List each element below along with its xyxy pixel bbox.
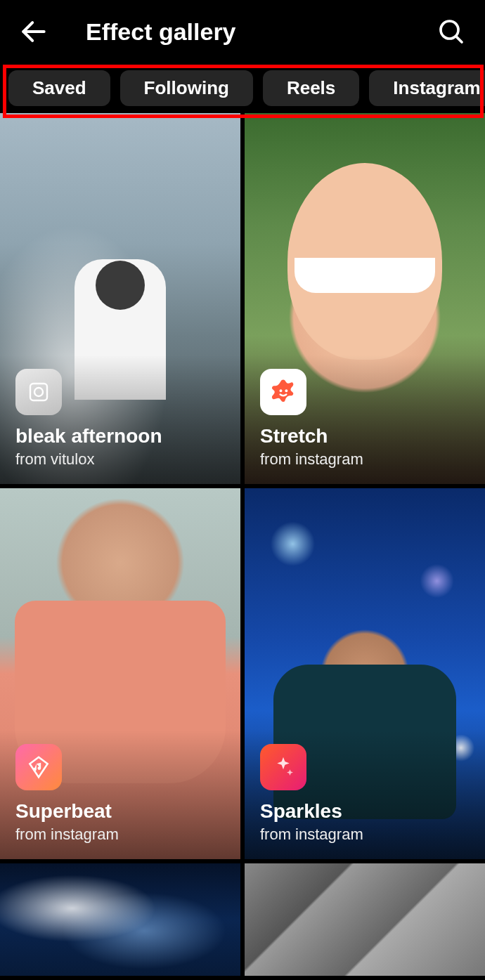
effect-icon — [260, 744, 306, 790]
effect-overlay: Superbeat from instagram — [0, 730, 240, 859]
tab-saved[interactable]: Saved — [8, 70, 110, 106]
music-diamond-icon — [25, 754, 52, 780]
effect-author: from instagram — [15, 825, 225, 844]
tab-reels[interactable]: Reels — [263, 70, 359, 106]
effect-preview-image — [245, 863, 485, 976]
effects-grid: bleak afternoon from vitulox Stretch fro… — [0, 113, 485, 976]
effect-name: Sparkles — [260, 800, 470, 823]
effect-author: from vitulox — [15, 450, 225, 469]
effect-name: Stretch — [260, 425, 470, 447]
svg-point-5 — [280, 389, 283, 392]
search-button[interactable] — [434, 15, 468, 48]
header: Effect gallery — [0, 0, 485, 63]
camera-frame-icon — [26, 379, 51, 405]
page-title: Effect gallery — [86, 18, 434, 46]
svg-point-6 — [285, 389, 287, 392]
back-arrow-icon — [18, 16, 49, 47]
svg-line-2 — [456, 37, 462, 42]
effect-name: Superbeat — [15, 800, 225, 823]
effect-tile[interactable] — [245, 863, 485, 976]
effect-icon — [15, 744, 62, 790]
effect-tile[interactable]: Stretch from instagram — [245, 113, 485, 484]
effect-tile[interactable] — [0, 863, 240, 976]
star-blob-icon — [269, 377, 298, 407]
effect-overlay: bleak afternoon from vitulox — [0, 355, 240, 484]
tab-instagram[interactable]: Instagram — [369, 70, 485, 106]
search-icon — [437, 18, 465, 46]
svg-point-4 — [34, 388, 43, 396]
effect-tile[interactable]: Sparkles from instagram — [245, 488, 485, 859]
effect-overlay: Stretch from instagram — [245, 355, 485, 484]
back-button[interactable] — [17, 15, 51, 48]
effect-author: from instagram — [260, 450, 470, 469]
effect-icon — [260, 369, 306, 415]
effect-author: from instagram — [260, 825, 470, 844]
effect-overlay: Sparkles from instagram — [245, 730, 485, 859]
effect-tile[interactable]: Superbeat from instagram — [0, 488, 240, 859]
tab-following[interactable]: Following — [120, 70, 253, 106]
effect-icon — [15, 369, 62, 415]
sparkle-icon — [270, 754, 297, 780]
effect-preview-image — [0, 863, 240, 976]
category-tabs[interactable]: Saved Following Reels Instagram — [0, 63, 485, 113]
svg-rect-3 — [30, 384, 47, 400]
effect-tile[interactable]: bleak afternoon from vitulox — [0, 113, 240, 484]
effect-name: bleak afternoon — [15, 425, 225, 447]
